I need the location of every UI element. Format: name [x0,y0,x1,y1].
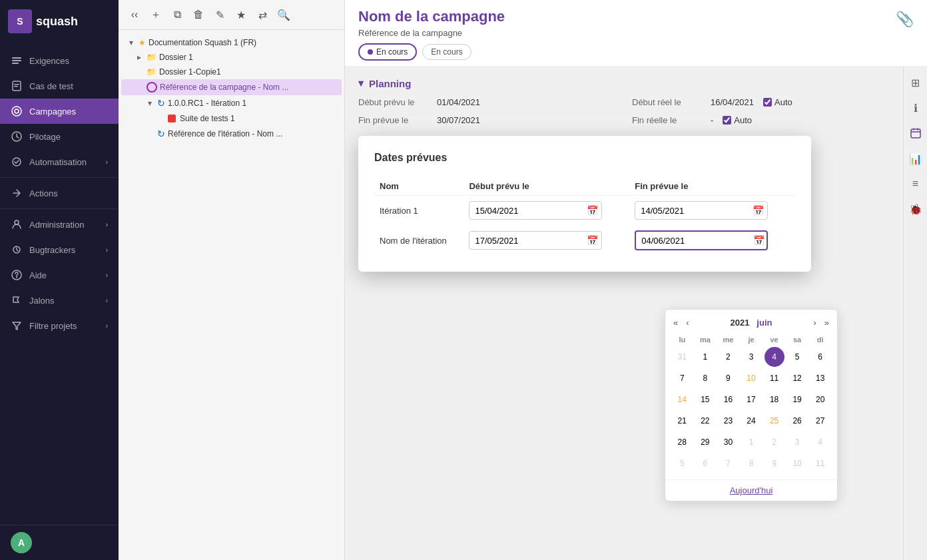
row0-fin-input-wrap[interactable]: 📅 [635,201,768,220]
auto-checkbox-debut-reel[interactable]: Auto [763,97,792,107]
sidebar-item-exigences[interactable]: Exigences [0,48,119,73]
cal-day-17[interactable]: 17 [741,390,761,410]
sidebar-item-bugtrackers[interactable]: Bugtrackers › [0,237,119,262]
cal-day-31-prev[interactable]: 31 [672,347,692,367]
tree-item-iteration1[interactable]: ▾ ↻ 1.0.0.RC1 - Itération 1 [121,95,342,111]
status-plain-encours[interactable]: En cours [422,44,471,60]
copy-tree-button[interactable]: ⧉ [168,5,186,24]
collapse-sidebar-button[interactable]: ‹‹ [125,5,144,24]
sidebar-item-cas-de-test[interactable]: Cas de test [0,73,119,99]
cal-day-3[interactable]: 3 [741,347,761,367]
cal-day-28[interactable]: 28 [672,432,692,452]
cal-day-6-next[interactable]: 6 [695,453,715,473]
auto-checkbox-debut-input[interactable] [763,98,772,107]
cal-day-3-next[interactable]: 3 [787,432,807,452]
cal-day-21[interactable]: 21 [672,411,692,431]
cal-day-16[interactable]: 16 [718,390,738,410]
sidebar-item-pilotage[interactable]: Pilotage [0,124,119,149]
cal-day-25[interactable]: 25 [765,411,784,431]
star-tree-button[interactable]: ★ [232,5,250,24]
tree-item-dossier1copie[interactable]: ▸ 📁 Dossier 1-Copie1 [121,65,342,79]
row1-debut-input-wrap[interactable]: 📅 [469,231,602,250]
edit-tree-button[interactable]: ✎ [210,5,229,24]
cal-day-4-next[interactable]: 4 [810,432,830,452]
tree-item-suite-tests[interactable]: ▸ Suite de tests 1 [121,111,342,126]
row0-debut-input[interactable] [475,206,587,216]
cal-day-27[interactable]: 27 [810,411,830,431]
today-button[interactable]: Aujourd'hui [730,485,773,495]
cal-prev-year-button[interactable]: « [671,316,681,329]
planning-collapse-arrow[interactable]: ▾ [358,77,364,89]
side-icon-bug[interactable]: 🐞 [906,200,925,218]
cal-day-4-selected[interactable]: 4 [765,347,784,367]
side-icon-info[interactable]: ℹ [906,99,925,117]
calendar-icon-row1-fin[interactable]: 📅 [753,235,765,246]
sidebar-item-administration[interactable]: Administration › [0,212,119,237]
calendar-icon-row0-debut[interactable]: 📅 [587,205,598,216]
cal-day-8[interactable]: 8 [695,368,715,388]
cal-next-year-button[interactable]: » [822,316,832,329]
add-tree-button[interactable]: ＋ [147,5,165,24]
cal-prev-month-button[interactable]: ‹ [683,316,691,329]
cal-day-7[interactable]: 7 [672,368,692,388]
cal-day-13[interactable]: 13 [810,368,830,388]
row1-fin-input-wrap[interactable]: 📅 [635,230,768,250]
cal-day-18[interactable]: 18 [765,390,784,410]
row0-fin-input[interactable] [641,206,753,216]
cal-day-2[interactable]: 2 [718,347,738,367]
cal-day-9[interactable]: 9 [718,368,738,388]
side-icon-chart[interactable]: 📊 [906,149,925,168]
cal-day-19[interactable]: 19 [787,390,807,410]
tree-root-item[interactable]: ▾ ★ Documentation Squash 1 (FR) [121,35,342,50]
cal-day-11[interactable]: 11 [765,368,784,388]
status-badge-encours[interactable]: En cours [358,43,417,61]
delete-tree-button[interactable]: 🗑 [189,5,208,24]
cal-day-30[interactable]: 30 [718,432,738,452]
cal-next-month-button[interactable]: › [810,316,818,329]
cal-day-14[interactable]: 14 [672,390,692,410]
calendar-icon-row1-debut[interactable]: 📅 [587,235,598,246]
calendar-icon-row0-fin[interactable]: 📅 [753,205,764,216]
cal-day-26[interactable]: 26 [787,411,807,431]
auto-checkbox-fin-input[interactable] [723,116,731,125]
cal-day-2-next[interactable]: 2 [765,432,784,452]
cal-day-1[interactable]: 1 [695,347,715,367]
side-icon-grid[interactable]: ⊞ [906,73,925,92]
cal-day-23[interactable]: 23 [718,411,738,431]
sidebar-item-actions[interactable]: Actions [0,180,119,206]
search-tree-button[interactable]: 🔍 [274,5,293,24]
cal-day-22[interactable]: 22 [695,411,715,431]
auto-checkbox-fin-reelle[interactable]: Auto [723,115,752,125]
sidebar-item-jalons[interactable]: Jalons › [0,288,119,313]
avatar[interactable]: A [11,532,32,553]
row0-debut-input-wrap[interactable]: 📅 [469,201,602,220]
cal-day-9-next[interactable]: 9 [765,453,784,473]
cal-day-7-next[interactable]: 7 [718,453,738,473]
cal-day-5-next[interactable]: 5 [672,453,692,473]
sidebar-item-campagnes[interactable]: Campagnes [0,99,119,124]
row1-debut-input[interactable] [475,236,587,246]
sidebar-item-aide[interactable]: Aide › [0,262,119,288]
tree-item-ref-iteration[interactable]: ▸ ↻ Référence de l'itération - Nom ... [121,126,342,142]
sidebar-item-automatisation[interactable]: Automatisation › [0,149,119,174]
cal-day-20[interactable]: 20 [810,390,830,410]
tree-item-dossier1[interactable]: ▸ 📁 Dossier 1 [121,50,342,65]
clip-icon[interactable]: 📎 [896,8,914,28]
cal-day-5[interactable]: 5 [787,347,807,367]
sort-tree-button[interactable]: ⇄ [253,5,272,24]
cal-day-15[interactable]: 15 [695,390,715,410]
side-icon-calendar[interactable] [906,124,925,142]
cal-day-10[interactable]: 10 [741,368,761,388]
expand-dossier1-icon[interactable]: ▸ [135,53,144,62]
cal-day-12[interactable]: 12 [787,368,807,388]
cal-day-29[interactable]: 29 [695,432,715,452]
tree-item-ref-campagne[interactable]: ▸ Référence de la campagne - Nom ... [121,79,342,95]
row1-fin-input[interactable] [641,236,753,246]
cal-day-24[interactable]: 24 [741,411,761,431]
cal-day-1-next[interactable]: 1 [741,432,761,452]
cal-day-11-next[interactable]: 11 [810,453,830,473]
cal-day-10-next[interactable]: 10 [787,453,807,473]
cal-day-6[interactable]: 6 [810,347,830,367]
sidebar-item-filtre-projets[interactable]: Filtre projets › [0,313,119,338]
expand-iteration1-icon[interactable]: ▾ [145,99,154,108]
